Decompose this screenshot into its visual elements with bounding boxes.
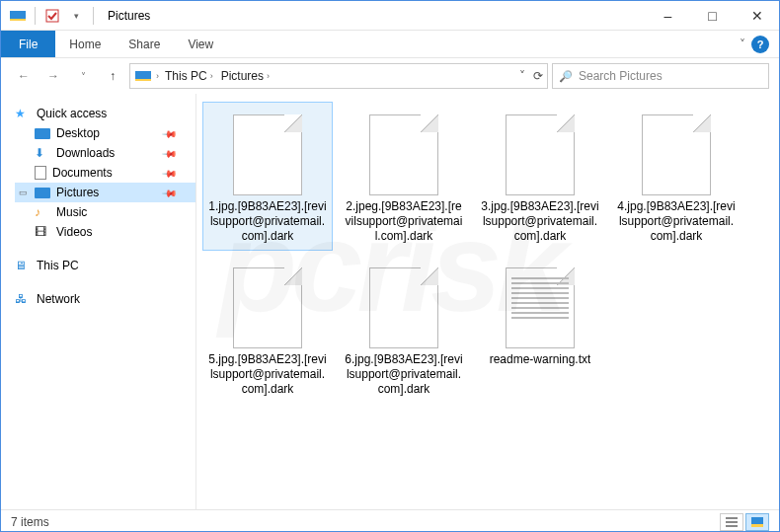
chevron-right-icon: ▭ <box>19 188 28 197</box>
sidebar-item-label: Downloads <box>56 146 115 160</box>
qat-dropdown-icon[interactable]: ▾ <box>67 7 85 25</box>
search-icon: 🔍 <box>559 70 573 83</box>
sidebar-item-desktop[interactable]: Desktop 📌 <box>15 123 195 143</box>
sidebar-item-label: Documents <box>52 166 113 180</box>
tab-share[interactable]: Share <box>115 31 174 57</box>
sidebar-item-label: Network <box>37 292 80 306</box>
svg-rect-6 <box>726 521 738 523</box>
file-item[interactable]: 2.jpeg.[9B83AE23].[revilsupport@privatem… <box>339 102 469 251</box>
pin-icon: 📌 <box>162 145 178 161</box>
nav-pane: ★ Quick access Desktop 📌 ⬇ Downloads 📌 D… <box>1 94 196 509</box>
properties-icon[interactable] <box>43 7 61 25</box>
sidebar-item-documents[interactable]: Documents 📌 <box>15 163 195 183</box>
file-name: readme-warning.txt <box>490 352 591 367</box>
explorer-icon <box>9 7 27 25</box>
recent-button[interactable]: ˅ <box>70 63 96 89</box>
pictures-icon <box>35 188 50 198</box>
file-item[interactable]: 1.jpg.[9B83AE23].[revilsupport@privatema… <box>202 102 333 251</box>
svg-rect-2 <box>46 10 58 22</box>
pin-icon: 📌 <box>162 185 178 200</box>
address-bar[interactable]: › This PC › Pictures › ˅ ⟳ <box>129 63 548 89</box>
tab-home[interactable]: Home <box>55 31 115 57</box>
view-details-button[interactable] <box>720 513 743 531</box>
item-count: 7 items <box>11 515 49 529</box>
help-button[interactable]: ? <box>751 36 769 53</box>
file-name: 4.jpg.[9B83AE23].[revilsupport@privatema… <box>616 199 737 244</box>
ribbon-expand-icon[interactable]: ˅ <box>740 38 745 51</box>
documents-icon <box>35 166 46 180</box>
sidebar-item-this-pc[interactable]: 🖥 This PC <box>15 256 195 275</box>
text-file-icon <box>502 262 579 348</box>
generic-file-icon <box>502 109 579 195</box>
sidebar-item-music[interactable]: ♪ Music <box>15 202 195 222</box>
minimize-button[interactable]: – <box>646 1 690 31</box>
pin-icon: 📌 <box>162 125 178 141</box>
window-controls: – □ ✕ <box>646 1 779 31</box>
quick-access-header[interactable]: ★ Quick access <box>15 104 195 123</box>
generic-file-icon <box>365 109 442 195</box>
videos-icon: 🎞 <box>35 225 50 239</box>
svg-rect-5 <box>726 517 738 519</box>
file-name: 6.jpg.[9B83AE23].[revilsupport@privatema… <box>344 352 464 397</box>
network-icon: 🖧 <box>15 292 31 306</box>
pc-icon: 🖥 <box>15 259 31 272</box>
back-button[interactable]: ← <box>11 63 37 89</box>
svg-rect-4 <box>135 79 151 81</box>
sidebar-item-label: Videos <box>56 225 92 239</box>
sidebar-item-label: Desktop <box>56 126 100 140</box>
crumb-label: Pictures <box>221 69 264 83</box>
body: ★ Quick access Desktop 📌 ⬇ Downloads 📌 D… <box>1 94 779 509</box>
generic-file-icon <box>229 262 306 348</box>
pin-icon: 📌 <box>162 165 178 181</box>
tab-view[interactable]: View <box>174 31 227 57</box>
crumb-this-pc[interactable]: This PC › <box>163 69 215 83</box>
location-icon <box>134 67 152 85</box>
svg-rect-9 <box>751 524 763 527</box>
forward-button[interactable]: → <box>40 63 66 89</box>
address-dropdown-icon[interactable]: ˅ <box>519 69 525 83</box>
sidebar-item-label: This PC <box>37 259 79 272</box>
file-item[interactable]: 5.jpg.[9B83AE23].[revilsupport@privatema… <box>202 255 333 404</box>
up-button[interactable]: ↑ <box>100 63 125 89</box>
generic-file-icon <box>229 109 306 195</box>
svg-rect-7 <box>726 525 738 527</box>
maximize-button[interactable]: □ <box>690 1 735 31</box>
file-name: 1.jpg.[9B83AE23].[revilsupport@privatema… <box>207 199 328 244</box>
view-thumbnails-button[interactable] <box>745 513 769 531</box>
chevron-right-icon: › <box>210 71 213 81</box>
desktop-icon <box>35 128 50 139</box>
crumb-pictures[interactable]: Pictures › <box>219 69 272 83</box>
file-item[interactable]: 4.jpg.[9B83AE23].[revilsupport@privatema… <box>611 102 741 251</box>
file-item[interactable]: readme-warning.txt <box>475 255 605 404</box>
quick-access-label: Quick access <box>37 107 107 120</box>
file-name: 3.jpg.[9B83AE23].[revilsupport@privatema… <box>480 199 600 244</box>
file-tab[interactable]: File <box>1 31 55 57</box>
sidebar-item-label: Music <box>56 205 87 219</box>
qat: ▾ Pictures <box>1 7 150 25</box>
separator <box>35 7 36 25</box>
sidebar-item-videos[interactable]: 🎞 Videos <box>15 222 195 242</box>
star-icon: ★ <box>15 107 31 120</box>
crumb-sep-icon[interactable]: › <box>156 71 159 81</box>
search-input[interactable]: 🔍 Search Pictures <box>552 63 769 89</box>
file-name: 5.jpg.[9B83AE23].[revilsupport@privatema… <box>207 352 328 397</box>
window-title: Pictures <box>108 9 150 23</box>
file-grid: 1.jpg.[9B83AE23].[revilsupport@privatema… <box>202 102 773 404</box>
sidebar-item-network[interactable]: 🖧 Network <box>15 289 195 309</box>
file-item[interactable]: 3.jpg.[9B83AE23].[revilsupport@privatema… <box>475 102 605 251</box>
svg-rect-1 <box>10 19 26 21</box>
refresh-icon[interactable]: ⟳ <box>533 69 543 83</box>
generic-file-icon <box>365 262 442 348</box>
sidebar-item-downloads[interactable]: ⬇ Downloads 📌 <box>15 143 195 163</box>
ribbon: File Home Share View ˅ ? <box>1 31 779 58</box>
crumb-label: This PC <box>165 69 207 83</box>
content-pane[interactable]: 1.jpg.[9B83AE23].[revilsupport@privatema… <box>196 94 779 509</box>
separator <box>93 7 94 25</box>
downloads-icon: ⬇ <box>35 146 50 160</box>
sidebar-item-pictures[interactable]: ▭ Pictures 📌 <box>15 183 195 202</box>
titlebar: ▾ Pictures – □ ✕ <box>1 1 779 31</box>
sidebar-item-label: Pictures <box>56 186 99 199</box>
music-icon: ♪ <box>35 205 50 219</box>
file-item[interactable]: 6.jpg.[9B83AE23].[revilsupport@privatema… <box>339 255 469 404</box>
close-button[interactable]: ✕ <box>735 1 779 31</box>
